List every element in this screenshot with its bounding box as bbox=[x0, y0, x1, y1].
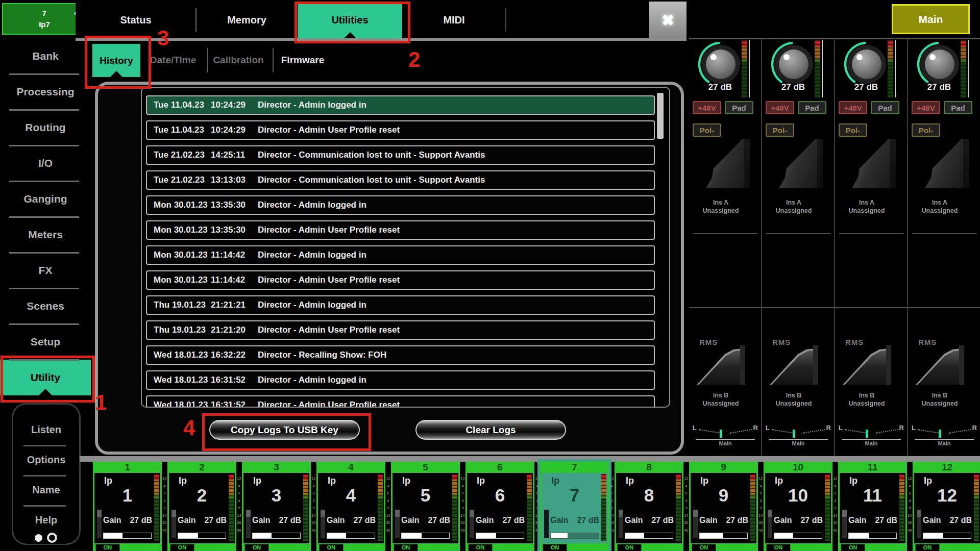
sidebar-item[interactable]: FX bbox=[0, 253, 91, 288]
pad-button[interactable]: Pad bbox=[725, 101, 753, 114]
gain-knob[interactable] bbox=[841, 40, 892, 89]
polarity-button[interactable]: Pol- bbox=[839, 123, 867, 137]
phantom-power-button[interactable]: +48V bbox=[766, 101, 794, 114]
channel-on-badge[interactable]: ON bbox=[766, 544, 791, 551]
gain-bar[interactable] bbox=[103, 533, 152, 539]
clear-logs-button[interactable]: Clear Logs bbox=[415, 420, 566, 440]
gain-bar[interactable] bbox=[774, 533, 822, 539]
channel-slider[interactable] bbox=[842, 510, 847, 538]
channel-on-badge[interactable]: ON bbox=[915, 544, 940, 551]
sidebar-item[interactable]: Routing bbox=[0, 110, 91, 145]
sidebar-item[interactable]: I/O bbox=[0, 145, 91, 181]
channel-slider[interactable] bbox=[172, 510, 176, 538]
channel-strip[interactable]: 7 Ip 7 Gain 27 dB ON bbox=[540, 462, 609, 551]
gain-bar[interactable] bbox=[401, 533, 450, 539]
log-row[interactable]: Thu 19.01.23 21:21:21 Director - Admin l… bbox=[146, 295, 655, 315]
gain-bar[interactable] bbox=[476, 533, 524, 539]
selected-channel-badge[interactable]: 7 Ip7 ✎ bbox=[2, 3, 87, 35]
sidebar-tool-item[interactable]: Listen bbox=[13, 415, 79, 445]
sidebar-tool-item[interactable]: Help bbox=[13, 505, 79, 535]
pan-control[interactable]: L R Main bbox=[839, 423, 904, 449]
sub-tab[interactable]: Firmware bbox=[271, 41, 335, 79]
log-row[interactable]: Wed 18.01.23 16:32:22 Director - Recalli… bbox=[146, 345, 655, 365]
channel-on-badge[interactable]: ON bbox=[841, 544, 865, 551]
pan-control[interactable]: L R Main bbox=[912, 423, 977, 449]
compressor-curve-graphic[interactable] bbox=[916, 345, 964, 385]
channel-on-badge[interactable]: ON bbox=[692, 544, 716, 551]
channel-slider[interactable] bbox=[768, 510, 772, 538]
gain-bar[interactable] bbox=[699, 533, 748, 539]
sidebar-tool-item[interactable]: Options bbox=[13, 445, 79, 475]
gate-curve-graphic[interactable] bbox=[925, 139, 969, 188]
top-tab[interactable]: Memory bbox=[196, 2, 298, 38]
log-row[interactable]: Mon 30.01.23 13:35:30 Director - Admin l… bbox=[146, 195, 655, 215]
polarity-button[interactable]: Pol- bbox=[693, 123, 721, 137]
gain-bar[interactable] bbox=[848, 533, 897, 539]
channel-on-badge[interactable]: ON bbox=[617, 544, 642, 551]
channel-on-badge[interactable]: ON bbox=[543, 544, 567, 551]
event-log-list[interactable]: Tue 11.04.23 10:24:29 Director - Admin l… bbox=[141, 87, 670, 408]
channel-on-badge[interactable]: ON bbox=[319, 544, 344, 551]
sidebar-item[interactable]: Scenes bbox=[0, 288, 91, 324]
channel-slider[interactable] bbox=[917, 510, 921, 538]
log-row[interactable]: Tue 11.04.23 10:24:29 Director - Admin U… bbox=[146, 120, 655, 140]
gain-bar[interactable] bbox=[923, 533, 971, 539]
log-row[interactable]: Thu 19.01.23 21:21:20 Director - Admin U… bbox=[146, 320, 655, 340]
sidebar-item[interactable]: Setup bbox=[0, 324, 91, 360]
log-row[interactable]: Mon 30.01.23 11:14:42 Director - Admin U… bbox=[146, 270, 655, 290]
gain-knob[interactable] bbox=[914, 40, 965, 89]
channel-slider[interactable] bbox=[97, 510, 102, 538]
gain-bar[interactable] bbox=[327, 533, 375, 539]
close-button[interactable]: ✖ bbox=[649, 2, 687, 38]
gain-knob[interactable] bbox=[768, 40, 819, 89]
sub-tab[interactable]: Calibration bbox=[206, 41, 271, 79]
channel-slider[interactable] bbox=[693, 510, 698, 538]
channel-strip[interactable]: 4 Ip 4 Gain 27 dB ON bbox=[316, 462, 385, 551]
gate-curve-graphic[interactable] bbox=[706, 139, 750, 188]
channel-slider[interactable] bbox=[470, 510, 474, 538]
phantom-power-button[interactable]: +48V bbox=[839, 101, 867, 114]
sidebar-tool-item[interactable]: Name bbox=[13, 475, 79, 505]
pan-control[interactable]: L R Main bbox=[693, 423, 758, 449]
channel-strip[interactable]: 9 Ip 9 Gain 27 dB ON bbox=[689, 462, 758, 551]
page-dot-inactive[interactable] bbox=[47, 533, 57, 543]
phantom-power-button[interactable]: +48V bbox=[693, 101, 721, 114]
channel-strip[interactable]: 10 Ip 10 Gain 27 dB ON bbox=[764, 462, 832, 551]
gate-curve-graphic[interactable] bbox=[852, 139, 896, 188]
polarity-button[interactable]: Pol- bbox=[766, 123, 794, 137]
log-row[interactable]: Tue 21.02.23 14:25:11 Director - Communi… bbox=[146, 145, 655, 165]
log-row[interactable]: Wed 18.01.23 16:31:52 Director - Admin l… bbox=[146, 370, 655, 390]
channel-strip[interactable]: 2 Ip 2 Gain 27 dB ON bbox=[167, 462, 236, 551]
main-mix-button[interactable]: Main bbox=[892, 4, 970, 34]
gain-bar[interactable] bbox=[178, 533, 226, 539]
channel-strip[interactable]: 1 Ip 1 Gain 27 dB ON bbox=[93, 462, 162, 551]
top-tab[interactable]: Status bbox=[76, 2, 196, 38]
channel-slider[interactable] bbox=[619, 510, 623, 538]
gain-bar[interactable] bbox=[252, 533, 301, 539]
log-row[interactable]: Mon 30.01.23 13:35:30 Director - Admin U… bbox=[146, 220, 655, 240]
channel-slider[interactable] bbox=[246, 510, 251, 538]
channel-on-badge[interactable]: ON bbox=[394, 544, 418, 551]
channel-on-badge[interactable]: ON bbox=[468, 544, 493, 551]
channel-strip[interactable]: 11 Ip 11 Gain 27 dB ON bbox=[838, 462, 907, 551]
channel-strip[interactable]: 5 Ip 5 Gain 27 dB ON bbox=[391, 462, 460, 551]
channel-slider[interactable] bbox=[395, 510, 400, 538]
channel-on-badge[interactable]: ON bbox=[170, 544, 194, 551]
channel-strip[interactable]: 8 Ip 8 Gain 27 dB ON bbox=[615, 462, 683, 551]
gain-bar[interactable] bbox=[625, 533, 673, 539]
channel-strip[interactable]: 3 Ip 3 Gain 27 dB ON bbox=[242, 462, 311, 551]
pan-control[interactable]: L R Main bbox=[766, 423, 831, 449]
channel-slider[interactable] bbox=[544, 510, 549, 538]
page-indicator[interactable] bbox=[26, 532, 66, 544]
scrollbar-thumb[interactable] bbox=[657, 93, 664, 139]
gain-knob[interactable] bbox=[695, 40, 746, 89]
sidebar-item[interactable]: Ganging bbox=[0, 181, 91, 217]
compressor-curve-graphic[interactable] bbox=[843, 345, 891, 385]
pad-button[interactable]: Pad bbox=[798, 101, 826, 114]
log-row[interactable]: Tue 21.02.23 13:13:03 Director - Communi… bbox=[146, 170, 655, 190]
sidebar-item[interactable]: Meters bbox=[0, 217, 91, 253]
compressor-curve-graphic[interactable] bbox=[770, 345, 818, 385]
gain-bar[interactable] bbox=[550, 533, 599, 539]
channel-strip[interactable]: 12 Ip 12 Gain 27 dB ON bbox=[913, 462, 980, 551]
top-tab[interactable]: MIDI bbox=[402, 2, 506, 38]
